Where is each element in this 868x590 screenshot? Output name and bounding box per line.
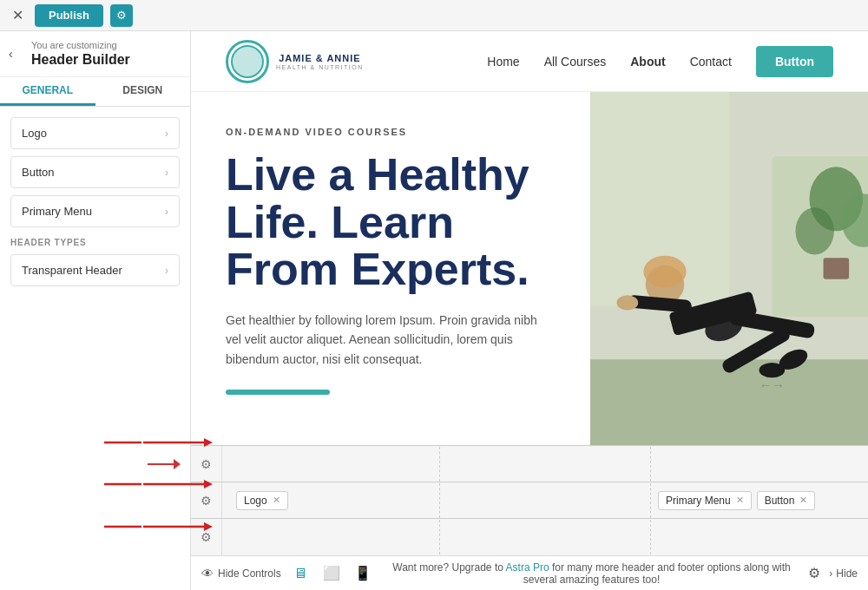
button-tag-close[interactable]: ✕ bbox=[799, 495, 807, 506]
row2-zone1: Logo ✕ bbox=[229, 483, 440, 518]
device-tablet-button[interactable]: ⬜ bbox=[319, 561, 344, 586]
menu-item-button-label: Button bbox=[22, 166, 55, 179]
website-preview: JAMIE & ANNIE HEALTH & NUTRITION Home Al… bbox=[191, 31, 868, 445]
chevron-right-icon: › bbox=[165, 167, 168, 179]
close-button[interactable]: ✕ bbox=[7, 5, 28, 26]
hero-category: ON-DEMAND VIDEO COURSES bbox=[226, 127, 556, 137]
row1-zone1 bbox=[229, 447, 440, 482]
builder-row-2: ⚙ Logo ✕ Primary Menu ✕ bbox=[191, 482, 868, 519]
hide-controls-label: Hide Controls bbox=[218, 567, 281, 580]
builder-row-1: ⚙ bbox=[191, 446, 868, 482]
menu-item-button[interactable]: Button › bbox=[10, 156, 180, 188]
chevron-right-icon: › bbox=[165, 128, 168, 140]
row2-gear[interactable]: ⚙ bbox=[191, 482, 222, 518]
sidebar-customizing-label: You are customizing bbox=[31, 40, 178, 50]
hero-right: ←→ bbox=[590, 92, 868, 445]
menu-item-logo-label: Logo bbox=[22, 127, 47, 140]
logo-tag-label: Logo bbox=[244, 495, 267, 507]
upgrade-prefix: Want more? Upgrade to bbox=[392, 561, 503, 574]
bottom-upgrade-text: Want more? Upgrade to Astra Pro for many… bbox=[375, 561, 809, 586]
upgrade-suffix: for many more header and footer options … bbox=[523, 561, 791, 586]
nav-link-about[interactable]: About bbox=[630, 55, 665, 69]
main-layout: ‹ You are customizing Header Builder GEN… bbox=[0, 31, 868, 590]
bottom-right: ⚙ › Hide bbox=[808, 565, 858, 581]
row3-gear[interactable]: ⚙ bbox=[191, 519, 222, 555]
row1-zone3 bbox=[651, 447, 861, 482]
menu-item-transparent-header[interactable]: Transparent Header › bbox=[10, 254, 180, 286]
sidebar-header: ‹ You are customizing Header Builder bbox=[0, 31, 190, 77]
primary-menu-tag-label: Primary Menu bbox=[666, 495, 731, 507]
nav-link-contact[interactable]: Contact bbox=[690, 55, 732, 69]
sidebar-title: Header Builder bbox=[31, 52, 178, 68]
hero-image: ←→ bbox=[590, 92, 868, 445]
button-tag: Button ✕ bbox=[757, 491, 816, 510]
logo-tag: Logo ✕ bbox=[236, 491, 288, 510]
brand-name: JAMIE & ANNIE bbox=[276, 52, 364, 64]
bottom-bar: 👁 Hide Controls 🖥 ⬜ 📱 Want more? Upgrade… bbox=[191, 555, 868, 590]
hero-body: Get healthier by following lorem Ipsum. … bbox=[226, 311, 556, 369]
hide-label: Hide bbox=[836, 567, 858, 580]
website-hero: ON-DEMAND VIDEO COURSES Live a Healthy L… bbox=[191, 92, 868, 445]
device-mobile-button[interactable]: 📱 bbox=[351, 561, 375, 586]
menu-item-transparent-header-label: Transparent Header bbox=[22, 264, 122, 277]
website-nav: Home All Courses About Contact Button bbox=[487, 46, 833, 77]
sidebar-tabs: GENERAL DESIGN bbox=[0, 77, 190, 107]
tab-design[interactable]: DESIGN bbox=[95, 77, 191, 106]
preview-area: JAMIE & ANNIE HEALTH & NUTRITION Home Al… bbox=[191, 31, 868, 590]
eye-icon: 👁 bbox=[201, 567, 214, 580]
chevron-right-icon: › bbox=[165, 206, 168, 218]
sidebar-content: Logo › Button › Primary Menu › HEADER TY… bbox=[0, 107, 190, 590]
svg-point-8 bbox=[643, 256, 686, 288]
logo-circle bbox=[226, 40, 269, 83]
row2-zone2 bbox=[440, 483, 651, 518]
nav-link-home[interactable]: Home bbox=[487, 55, 519, 69]
primary-menu-tag: Primary Menu ✕ bbox=[658, 491, 752, 510]
sidebar: ‹ You are customizing Header Builder GEN… bbox=[0, 31, 191, 590]
device-desktop-button[interactable]: 🖥 bbox=[288, 561, 312, 586]
hero-cta-bar bbox=[226, 390, 330, 395]
tab-general[interactable]: GENERAL bbox=[0, 77, 95, 106]
hero-left: ON-DEMAND VIDEO COURSES Live a Healthy L… bbox=[191, 92, 590, 445]
svg-point-11 bbox=[617, 295, 639, 310]
topbar-gear-button[interactable]: ⚙ bbox=[110, 4, 133, 27]
primary-menu-tag-close[interactable]: ✕ bbox=[736, 495, 744, 506]
header-types-label: HEADER TYPES bbox=[10, 238, 180, 247]
builder-rows: ⚙ ⚙ Logo ✕ bbox=[191, 445, 868, 555]
row1-zone2 bbox=[440, 447, 651, 482]
brand-name-block: JAMIE & ANNIE HEALTH & NUTRITION bbox=[276, 52, 364, 70]
chevron-right-icon: › bbox=[165, 265, 168, 277]
nav-link-all-courses[interactable]: All Courses bbox=[544, 55, 607, 69]
builder-row-3: ⚙ bbox=[191, 519, 868, 555]
row1-content bbox=[222, 447, 868, 482]
row1-gear[interactable]: ⚙ bbox=[191, 446, 222, 482]
top-bar: ✕ Publish ⚙ bbox=[0, 0, 868, 31]
row3-content bbox=[222, 520, 868, 554]
menu-item-primary-menu-label: Primary Menu bbox=[22, 205, 92, 218]
row3-zone3 bbox=[651, 520, 861, 554]
sidebar-back-button[interactable]: ‹ bbox=[9, 47, 13, 61]
hero-title: Live a Healthy Life. Learn From Experts. bbox=[226, 151, 556, 293]
hide-controls-button[interactable]: 👁 Hide Controls bbox=[201, 567, 281, 580]
svg-rect-19 bbox=[824, 258, 850, 279]
brand-sub: HEALTH & NUTRITION bbox=[276, 64, 364, 70]
row2-content: Logo ✕ Primary Menu ✕ Button ✕ bbox=[222, 483, 868, 518]
row3-zone2 bbox=[440, 520, 651, 554]
menu-item-logo[interactable]: Logo › bbox=[10, 117, 180, 149]
svg-text:←→: ←→ bbox=[760, 378, 786, 392]
brand-logo: JAMIE & ANNIE HEALTH & NUTRITION bbox=[226, 40, 364, 83]
row2-zone3: Primary Menu ✕ Button ✕ bbox=[651, 483, 861, 518]
button-tag-label: Button bbox=[765, 495, 795, 507]
nav-button[interactable]: Button bbox=[756, 46, 833, 77]
chevron-right-bottom-icon: › bbox=[829, 567, 832, 580]
menu-item-primary-menu[interactable]: Primary Menu › bbox=[10, 195, 180, 227]
svg-point-18 bbox=[795, 207, 833, 254]
publish-button[interactable]: Publish bbox=[35, 4, 103, 27]
row3-zone1 bbox=[229, 520, 440, 554]
bottom-left: 👁 Hide Controls 🖥 ⬜ 📱 bbox=[201, 561, 375, 586]
website-header: JAMIE & ANNIE HEALTH & NUTRITION Home Al… bbox=[191, 31, 868, 92]
astra-pro-link[interactable]: Astra Pro bbox=[506, 561, 552, 574]
bottom-settings-gear[interactable]: ⚙ bbox=[808, 565, 820, 581]
logo-tag-close[interactable]: ✕ bbox=[273, 495, 280, 506]
svg-point-15 bbox=[760, 363, 786, 377]
hide-button[interactable]: › Hide bbox=[829, 567, 858, 580]
